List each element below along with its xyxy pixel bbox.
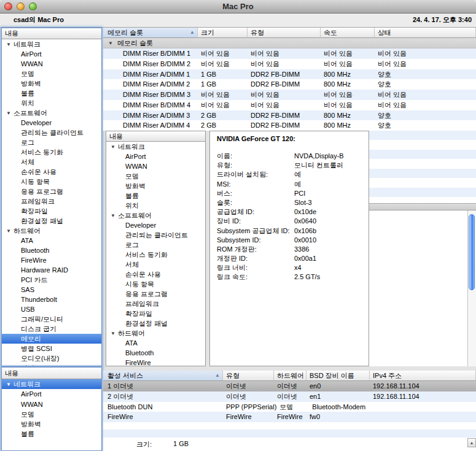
sidebar-item[interactable]: 손쉬운 사용 — [106, 269, 205, 279]
sidebar-item[interactable]: 볼륨 — [106, 191, 205, 201]
sidebar-item[interactable]: AirPort — [2, 389, 101, 399]
sidebar-item[interactable]: 방화벽 — [106, 181, 205, 191]
sidebar-item[interactable]: 이더넷 카드 — [2, 363, 101, 366]
sidebar-item[interactable]: 환경설정 패널 — [2, 216, 101, 226]
sidebar-item[interactable]: AirPort — [2, 49, 101, 59]
memory-slot-row[interactable]: DIMM Riser A/DIMM 21 GBDDR2 FB-DIMM800 M… — [103, 79, 476, 90]
sidebar-item[interactable]: 메모리 — [2, 334, 101, 344]
sidebar-item[interactable]: ▼하드웨어 — [2, 226, 101, 236]
disclosure-triangle-icon[interactable]: ▼ — [6, 40, 11, 50]
sidebar-item[interactable]: 관리되는 클라이언트 — [2, 128, 101, 137]
sidebar-item[interactable]: ▼소프트웨어 — [2, 108, 101, 118]
sidebar-item[interactable]: 확장파일 — [106, 309, 205, 318]
sidebar-item[interactable]: 서비스 동기화 — [106, 250, 205, 260]
disclosure-triangle-icon[interactable]: ▼ — [6, 109, 11, 118]
sidebar-item[interactable]: 모뎀 — [2, 409, 101, 419]
column-header[interactable]: 유형 — [248, 28, 321, 38]
sidebar-item[interactable]: SAS — [2, 285, 101, 295]
memory-slot-row[interactable]: DIMM Riser B/DIMM 4비어 있음비어 있음비어 있음비어 있음 — [103, 100, 476, 110]
column-header[interactable]: 유형 — [223, 371, 274, 381]
sidebar-item[interactable]: Bluetooth — [106, 348, 205, 358]
table-cell: 이더넷 — [223, 391, 274, 402]
sidebar-item[interactable]: 로그 — [2, 137, 101, 147]
sidebar-item[interactable]: FireWire — [2, 255, 101, 265]
sidebar-item[interactable]: ▼네트워크 — [2, 379, 101, 389]
sidebar-item[interactable]: WWAN — [2, 59, 101, 69]
sidebar-item[interactable]: 볼륨 — [2, 88, 101, 98]
disclosure-triangle-icon[interactable]: ▼ — [111, 329, 115, 339]
memory-slot-row[interactable]: DIMM Riser A/DIMM 11 GBDDR2 FB-DIMM800 M… — [103, 69, 476, 80]
sidebar-item[interactable]: 서체 — [106, 260, 205, 269]
sidebar-item[interactable]: Developer — [106, 220, 205, 230]
sidebar-item[interactable]: 오디오(내장) — [2, 353, 101, 363]
memory-slot-row[interactable]: DIMM Riser A/DIMM 42 GBDDR2 FB-DIMM800 M… — [103, 120, 476, 131]
sidebar-item[interactable]: Developer — [2, 118, 101, 128]
sidebar-item[interactable]: AirPort — [106, 152, 205, 161]
sidebar-item[interactable]: 서비스 동기화 — [2, 147, 101, 157]
sidebar-item[interactable]: 환경설정 패널 — [106, 318, 205, 328]
sidebar-item[interactable]: WWAN — [106, 161, 205, 171]
sidebar-item[interactable]: PCI 카드 — [2, 275, 101, 285]
sidebar-item[interactable]: FireWire — [106, 358, 205, 366]
sidebar-item[interactable]: Bluetooth — [2, 245, 101, 255]
sidebar-item[interactable]: ▼소프트웨어 — [106, 210, 205, 220]
sidebar-item[interactable]: 응용 프로그램 — [106, 289, 205, 299]
sidebar-item[interactable]: 위치 — [2, 98, 101, 108]
memory-slot-row[interactable]: DIMM Riser B/DIMM 2비어 있음비어 있음비어 있음비어 있음 — [103, 59, 476, 69]
column-header[interactable]: 활성 서비스▲ — [103, 371, 223, 381]
column-header[interactable]: 크기 — [198, 28, 248, 38]
service-row[interactable]: 1 이더넷이더넷이더넷en0192.168.11.104 — [103, 381, 476, 391]
sidebar-item[interactable]: Thunderbolt — [2, 295, 101, 304]
sidebar-item[interactable]: 시동 항목 — [2, 177, 101, 187]
sidebar-item[interactable]: 모뎀 — [106, 171, 205, 181]
sidebar-item[interactable]: 손쉬운 사용 — [2, 167, 101, 177]
column-header[interactable]: 상태 — [375, 28, 476, 38]
sidebar-item[interactable]: 그래픽/모니터 — [2, 314, 101, 324]
memory-slot-row[interactable]: DIMM Riser B/DIMM 1비어 있음비어 있음비어 있음비어 있음 — [103, 48, 476, 59]
sidebar-item[interactable]: ATA — [2, 236, 101, 245]
scrollbar-thumb[interactable] — [469, 214, 475, 290]
disclosure-triangle-icon[interactable]: ▼ — [6, 380, 11, 390]
memory-group-row[interactable]: ▼ 메모리 슬롯 — [103, 38, 476, 48]
titlebar[interactable]: Mac Pro — [0, 0, 476, 13]
sidebar-item[interactable]: ▼네트워크 — [2, 39, 101, 49]
sidebar-item[interactable]: 병렬 SCSI — [2, 344, 101, 353]
disclosure-triangle-icon[interactable]: ▼ — [111, 142, 115, 152]
sidebar-item[interactable]: ATA — [106, 338, 205, 348]
sidebar-item[interactable]: 방화벽 — [2, 79, 101, 88]
sidebar-item[interactable]: ▼하드웨어 — [106, 328, 205, 338]
sidebar-item[interactable]: 로그 — [106, 240, 205, 250]
sidebar-item[interactable]: 프레임워크 — [106, 299, 205, 309]
service-row[interactable]: Bluetooth DUNPPP (PPPSerial)모뎀Bluetooth-… — [103, 402, 476, 412]
sidebar-item[interactable]: 볼륨 — [2, 429, 101, 439]
memory-slot-row[interactable]: DIMM Riser B/DIMM 3비어 있음비어 있음비어 있음비어 있음 — [103, 90, 476, 100]
sidebar-item[interactable]: WWAN — [2, 399, 101, 409]
sidebar-item[interactable]: Hardware RAID — [2, 265, 101, 275]
memory-slot-row[interactable]: DIMM Riser A/DIMM 32 GBDDR2 FB-DIMM800 M… — [103, 110, 476, 121]
sidebar-item[interactable]: 응용 프로그램 — [2, 187, 101, 196]
sidebar-item[interactable]: 확장파일 — [2, 206, 101, 216]
column-header[interactable]: 메모리 슬롯▲ — [103, 28, 198, 38]
sidebar-item[interactable]: 디스크 굽기 — [2, 324, 101, 334]
disclosure-triangle-icon[interactable]: ▼ — [108, 39, 113, 48]
sidebar-item[interactable]: 서체 — [2, 157, 101, 167]
sidebar-item[interactable]: ▼네트워크 — [106, 142, 205, 152]
service-row[interactable]: FireWireFireWireFireWirefw0 — [103, 412, 476, 422]
sidebar-item[interactable]: 관리되는 클라이언트 — [106, 230, 205, 240]
vertical-scrollbar[interactable] — [467, 210, 476, 366]
column-header[interactable]: IPv4 주소 — [370, 371, 476, 381]
disclosure-triangle-icon[interactable]: ▼ — [6, 226, 11, 236]
column-header[interactable]: 하드웨어 — [274, 371, 306, 381]
disclosure-triangle-icon[interactable]: ▼ — [111, 211, 115, 221]
pane-divider[interactable] — [369, 203, 476, 210]
sidebar-item[interactable]: 프레임워크 — [2, 196, 101, 206]
scroll-up-button[interactable]: ▲ — [467, 438, 476, 447]
sidebar-item[interactable]: 모뎀 — [2, 69, 101, 79]
service-row[interactable]: 2 이더넷이더넷이더넷en1192.168.11.104 — [103, 391, 476, 402]
sidebar-item[interactable]: 위치 — [106, 201, 205, 210]
column-header[interactable]: BSD 장비 이름 — [306, 371, 370, 381]
sidebar-item[interactable]: USB — [2, 304, 101, 314]
sidebar-item[interactable]: 방화벽 — [2, 419, 101, 429]
sidebar-item[interactable]: 시동 항목 — [106, 279, 205, 289]
column-header[interactable]: 속도 — [321, 28, 375, 38]
